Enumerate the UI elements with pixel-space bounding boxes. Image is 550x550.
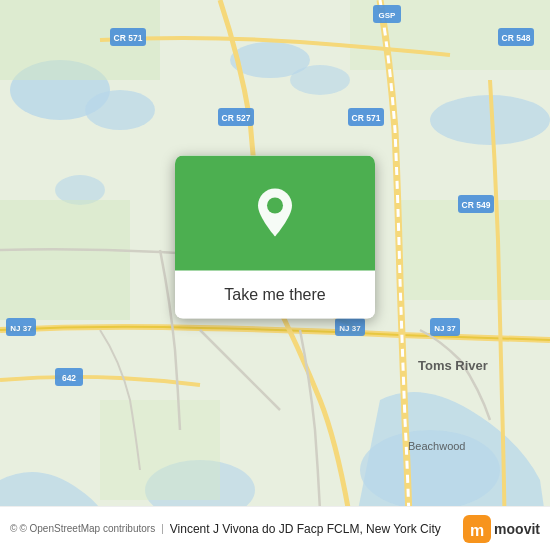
svg-text:m: m bbox=[470, 522, 484, 539]
svg-text:Toms River: Toms River bbox=[418, 358, 488, 373]
bottom-bar: © © OpenStreetMap contributors | Vincent… bbox=[0, 506, 550, 550]
svg-rect-11 bbox=[0, 200, 130, 320]
svg-text:CR 527: CR 527 bbox=[222, 113, 251, 123]
svg-text:Beachwood: Beachwood bbox=[408, 440, 466, 452]
location-pin-icon bbox=[254, 187, 296, 239]
svg-text:CR 571: CR 571 bbox=[352, 113, 381, 123]
separator: | bbox=[161, 523, 164, 534]
svg-text:NJ 37: NJ 37 bbox=[434, 324, 456, 333]
moovit-icon: m bbox=[463, 515, 491, 543]
svg-text:CR 548: CR 548 bbox=[502, 33, 531, 43]
svg-rect-12 bbox=[400, 200, 550, 300]
map-container: CR 571 GSP CR 548 CR 527 CR 571 CR 549 N… bbox=[0, 0, 550, 550]
svg-text:NJ 37: NJ 37 bbox=[339, 324, 361, 333]
svg-text:NJ 37: NJ 37 bbox=[10, 324, 32, 333]
svg-text:GSP: GSP bbox=[379, 11, 397, 20]
svg-point-2 bbox=[85, 90, 155, 130]
svg-text:642: 642 bbox=[62, 373, 76, 383]
bottom-left: © © OpenStreetMap contributors | Vincent… bbox=[10, 522, 455, 536]
card-header bbox=[175, 155, 375, 270]
svg-text:CR 549: CR 549 bbox=[462, 200, 491, 210]
place-name-text: Vincent J Vivona do JD Facp FCLM, New Yo… bbox=[170, 522, 441, 536]
moovit-wordmark: moovit bbox=[494, 521, 540, 537]
attribution-text: © OpenStreetMap contributors bbox=[19, 523, 155, 534]
take-me-there-card: Take me there bbox=[175, 155, 375, 318]
moovit-logo: m moovit bbox=[463, 515, 540, 543]
svg-rect-13 bbox=[100, 400, 220, 500]
take-me-there-button[interactable]: Take me there bbox=[175, 270, 375, 318]
svg-point-4 bbox=[290, 65, 350, 95]
copyright-symbol: © bbox=[10, 523, 17, 534]
svg-text:CR 571: CR 571 bbox=[114, 33, 143, 43]
svg-point-36 bbox=[267, 198, 283, 214]
